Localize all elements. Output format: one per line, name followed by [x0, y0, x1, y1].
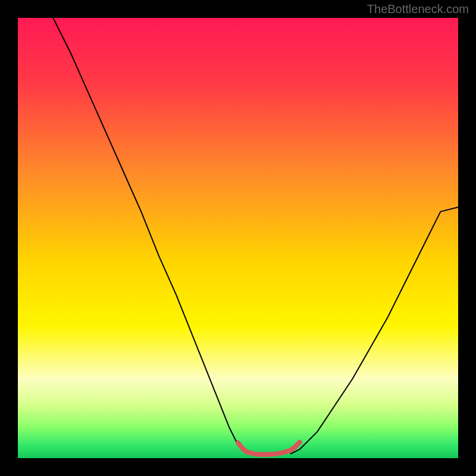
- watermark-text: TheBottleneck.com: [367, 2, 469, 16]
- chart-svg: [18, 18, 458, 458]
- chart-plot-area: [18, 18, 458, 458]
